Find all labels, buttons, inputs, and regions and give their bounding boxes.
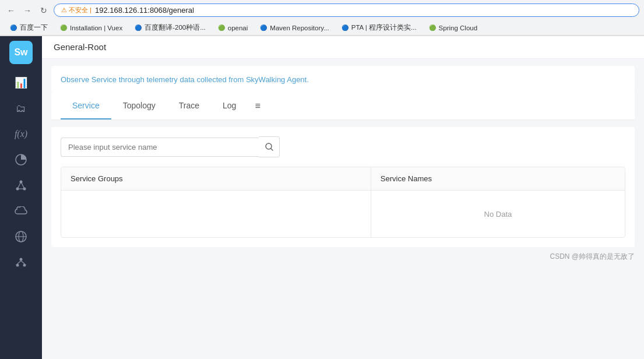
security-warning-icon: ⚠ 不安全 | — [61, 6, 92, 15]
no-data-text: No Data — [484, 210, 512, 219]
search-row — [61, 136, 625, 157]
main-content: General-Root Observe Service through tel… — [42, 36, 644, 359]
col-groups-body — [61, 191, 371, 237]
service-table: Service Groups Service Names No Data — [61, 167, 625, 238]
url-text: 192.168.126.11:8068/general — [95, 6, 632, 15]
search-button[interactable] — [259, 136, 280, 157]
sidebar-icon-chart[interactable]: 📊 — [9, 71, 33, 94]
tab-trace[interactable]: Trace — [167, 93, 211, 119]
sidebar-logo[interactable]: Sw — [9, 41, 33, 64]
svg-line-16 — [271, 149, 273, 150]
bookmarks-bar: 🔵百度一下🟢Installation | Vuex🔵百度翻译-200种语...🟢… — [0, 20, 644, 36]
browser-nav: ← → ↻ ⚠ 不安全 | 192.168.126.11:8068/genera… — [0, 0, 644, 20]
bookmark-translate[interactable]: 🔵百度翻译-200种语... — [129, 22, 210, 33]
bookmark-maven[interactable]: 🔵Maven Repository... — [255, 23, 333, 33]
sidebar-icon-bottom[interactable] — [9, 251, 33, 274]
bookmark-pta[interactable]: 🔵PTA | 程序设计类实... — [336, 22, 421, 33]
tab-service[interactable]: Service — [61, 93, 111, 119]
search-icon — [265, 143, 273, 151]
svg-line-5 — [21, 182, 24, 189]
back-button[interactable]: ← — [5, 4, 17, 17]
service-panel: Service Groups Service Names No Data — [51, 127, 635, 247]
bookmark-icon-translate: 🔵 — [134, 24, 142, 32]
refresh-button[interactable]: ↻ — [37, 4, 50, 17]
sidebar-icon-globe[interactable] — [9, 225, 33, 248]
svg-line-4 — [17, 182, 21, 189]
tab-icon-list[interactable]: ≡ — [248, 93, 267, 119]
bookmark-icon-openai: 🟢 — [217, 24, 226, 32]
bookmark-label-vuex: Installation | Vuex — [70, 24, 122, 31]
browser-chrome: ← → ↻ ⚠ 不安全 | 192.168.126.11:8068/genera… — [0, 0, 644, 36]
sidebar-icon-func[interactable]: f(x) — [9, 122, 33, 146]
bookmark-openai[interactable]: 🟢openai — [213, 23, 253, 33]
table-body: No Data — [61, 191, 625, 237]
bookmark-icon-pta: 🔵 — [341, 24, 349, 32]
bookmark-icon-spring: 🟢 — [428, 24, 437, 32]
bookmark-icon-maven: 🔵 — [259, 24, 268, 32]
tab-topology[interactable]: Topology — [111, 93, 167, 119]
app-body: Sw 📊 🗂 f(x) — [0, 36, 644, 359]
bookmark-label-baidu: 百度一下 — [20, 23, 48, 32]
svg-point-11 — [16, 264, 19, 267]
svg-line-13 — [17, 261, 21, 264]
watermark: CSDN @帅得真的是无敌了 — [42, 247, 644, 266]
info-banner: Observe Service through telemetry data c… — [51, 66, 635, 93]
table-header: Service Groups Service Names — [61, 167, 625, 191]
col-names-body: No Data — [371, 191, 625, 237]
bookmark-label-spring: Spring Cloud — [439, 24, 477, 31]
bookmark-label-translate: 百度翻译-200种语... — [145, 23, 206, 32]
col-groups-header: Service Groups — [61, 167, 371, 190]
bookmark-label-openai: openai — [228, 24, 248, 31]
sidebar-icon-cloud[interactable] — [9, 199, 33, 223]
tabs: Service Topology Trace Log ≡ — [61, 93, 625, 119]
col-names-header: Service Names — [371, 167, 625, 190]
sidebar-icon-layers[interactable]: 🗂 — [9, 97, 33, 120]
bookmark-label-maven: Maven Repository... — [270, 24, 329, 31]
svg-line-14 — [21, 261, 24, 264]
sidebar-icon-pie[interactable] — [9, 148, 33, 171]
bookmark-icon-baidu: 🔵 — [9, 24, 17, 32]
sidebar: Sw 📊 🗂 f(x) — [0, 36, 42, 359]
bookmark-icon-vuex: 🟢 — [59, 24, 68, 32]
bookmark-spring[interactable]: 🟢Spring Cloud — [424, 23, 482, 33]
svg-point-12 — [23, 264, 26, 267]
bookmark-baidu[interactable]: 🔵百度一下 — [5, 22, 52, 33]
svg-point-10 — [20, 258, 23, 261]
tab-log[interactable]: Log — [211, 93, 248, 119]
tab-section: Service Topology Trace Log ≡ — [51, 93, 635, 120]
search-input[interactable] — [61, 138, 259, 157]
forward-button[interactable]: → — [21, 4, 34, 17]
address-bar[interactable]: ⚠ 不安全 | 192.168.126.11:8068/general — [54, 3, 639, 17]
bookmark-label-pta: PTA | 程序设计类实... — [351, 23, 417, 32]
info-text: Observe Service through telemetry data c… — [61, 75, 309, 84]
page-title: General-Root — [54, 42, 106, 52]
sidebar-icon-nodes[interactable] — [9, 174, 33, 197]
content-area: Observe Service through telemetry data c… — [42, 59, 644, 359]
bookmark-vuex[interactable]: 🟢Installation | Vuex — [55, 23, 127, 33]
page-header: General-Root — [42, 36, 644, 59]
